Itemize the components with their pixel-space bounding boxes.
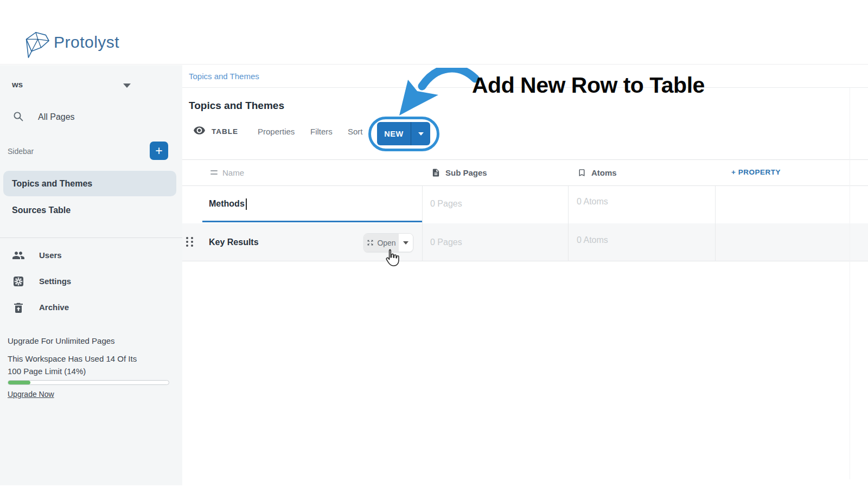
upgrade-now-link[interactable]: Upgrade Now <box>8 390 54 399</box>
expand-icon <box>367 239 374 246</box>
page-icon <box>431 168 441 177</box>
page-limit-progress-bar <box>8 380 169 385</box>
divider <box>411 122 411 145</box>
atoms-cell[interactable]: 0 Atoms <box>568 223 715 261</box>
drag-handle-icon[interactable] <box>186 237 193 247</box>
sidebar-item-label: Archive <box>39 303 69 312</box>
sidebar-item-settings[interactable]: Settings <box>0 275 182 297</box>
table-row-key-results: Key Results Open 0 Pages 0 Atoms <box>182 223 868 261</box>
column-header-sub-pages: Sub Pages <box>431 159 487 185</box>
atoms-value: 0 Atoms <box>577 184 608 220</box>
annotation-arrow <box>376 68 481 124</box>
sidebar-item-label: Settings <box>39 277 71 286</box>
toolbar-sort[interactable]: Sort <box>348 127 363 136</box>
add-page-button[interactable]: + <box>150 142 168 160</box>
column-divider <box>422 186 423 261</box>
name-cell-key-results[interactable]: Key Results <box>209 223 259 261</box>
open-options-caret[interactable] <box>399 234 413 252</box>
toolbar-filters[interactable]: Filters <box>310 127 333 136</box>
sub-pages-value: 0 Pages <box>430 186 462 222</box>
sidebar-item-topics-and-themes[interactable]: Topics and Themes <box>3 171 176 196</box>
sidebar: ws All Pages Sidebar + Topics and Themes… <box>0 65 182 485</box>
atoms-value: 0 Atoms <box>577 221 608 259</box>
content-right-edge <box>850 88 850 479</box>
sub-pages-cell[interactable]: 0 Pages <box>422 223 568 261</box>
sidebar-item-users[interactable]: Users <box>0 249 182 271</box>
view-mode-table[interactable]: TABLE <box>212 127 238 136</box>
toolbar-properties[interactable]: Properties <box>258 127 295 136</box>
main-content: Topics and Themes Topics and Themes TABL… <box>182 65 868 488</box>
eye-view-icon[interactable] <box>193 126 206 135</box>
page-title: Topics and Themes <box>189 100 284 112</box>
upgrade-usage-line2: 100 Page Limit (14%) <box>8 367 86 376</box>
sub-pages-value: 0 Pages <box>430 223 462 261</box>
add-property-button[interactable]: + PROPERTY <box>731 159 781 185</box>
column-header-name: Name <box>210 159 244 185</box>
sidebar-item-label: Users <box>39 251 62 260</box>
open-button-label: Open <box>377 239 395 247</box>
column-divider <box>715 186 716 261</box>
column-header-atoms: Atoms <box>577 159 617 185</box>
atoms-cell[interactable]: 0 Atoms <box>568 186 715 222</box>
bookmark-icon <box>577 168 586 177</box>
divider <box>0 237 182 238</box>
workspace-name: ws <box>12 80 23 89</box>
chevron-down-icon <box>403 241 409 245</box>
sub-pages-cell[interactable]: 0 Pages <box>422 186 568 222</box>
users-icon <box>12 249 25 262</box>
chevron-down-icon[interactable] <box>123 84 131 88</box>
sidebar-item-archive[interactable]: Archive <box>0 301 182 323</box>
upgrade-usage-line1: This Workspace Has Used 14 Of Its <box>8 354 137 363</box>
editing-underline <box>202 221 422 222</box>
table-row-methods: Methods 0 Pages 0 Atoms <box>182 186 868 222</box>
open-page-button[interactable]: Open <box>363 233 413 252</box>
sidebar-item-label: Topics and Themes <box>12 179 92 188</box>
new-button-label: NEW <box>377 130 411 138</box>
annotation-label: Add New Row to Table <box>472 73 705 98</box>
text-cursor <box>246 198 247 210</box>
all-pages-label: All Pages <box>38 112 75 122</box>
protolyst-logo-icon <box>20 30 50 59</box>
chevron-down-icon[interactable] <box>418 132 424 136</box>
upgrade-title: Upgrade For Unlimited Pages <box>8 336 115 345</box>
name-cell-methods[interactable]: Methods <box>209 186 247 222</box>
new-row-button[interactable]: NEW <box>377 122 430 145</box>
breadcrumb[interactable]: Topics and Themes <box>189 72 259 81</box>
short-text-icon <box>210 170 218 175</box>
search-icon <box>13 111 24 122</box>
brand-name: Protolyst <box>54 33 119 52</box>
sidebar-section-label: Sidebar <box>8 147 34 156</box>
gear-icon <box>12 275 25 288</box>
sidebar-item-sources-table[interactable]: Sources Table <box>3 197 176 223</box>
upgrade-progress-fill <box>8 381 30 384</box>
archive-trash-icon <box>12 301 25 314</box>
top-bar: Protolyst <box>0 0 868 65</box>
column-divider <box>568 186 569 261</box>
sidebar-item-label: Sources Table <box>12 206 71 215</box>
